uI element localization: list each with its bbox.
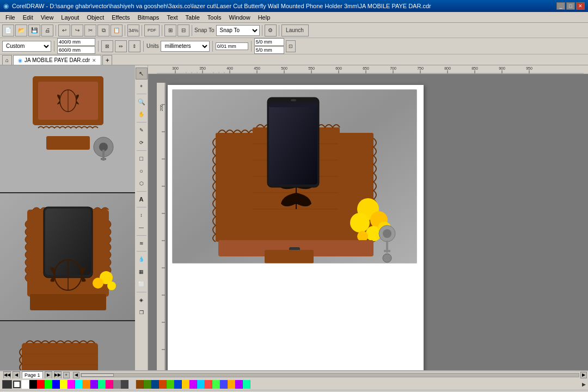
color-swatch-ff4444[interactable] [205, 380, 212, 389]
menu-help[interactable]: Help [255, 13, 274, 22]
pointer-tool[interactable]: ↖ [136, 68, 148, 79]
mirror-v-button[interactable]: ⇕ [128, 40, 140, 52]
color-swatch-cc00ff[interactable] [189, 380, 197, 389]
outline-tool[interactable]: ⬜ [136, 278, 148, 290]
shadow-tool[interactable]: ❒ [136, 307, 148, 318]
menu-object[interactable]: Object [83, 13, 107, 22]
scroll-track[interactable] [81, 373, 579, 377]
smart-fill-tool[interactable]: ⟳ [136, 137, 148, 149]
color-swatch-ff00ff[interactable] [68, 380, 75, 389]
menu-layout[interactable]: Layout [58, 13, 82, 22]
color-swatch-00ff88[interactable] [98, 380, 106, 389]
grid-button[interactable]: ⊞ [164, 24, 176, 36]
close-button[interactable]: ✕ [576, 2, 585, 10]
copy-button[interactable]: ⧉ [97, 24, 109, 36]
color-swatch-ffffff[interactable] [22, 380, 29, 389]
color-swatch-44cc00[interactable] [167, 380, 174, 389]
add-tab-button[interactable]: + [102, 55, 112, 65]
prev-page-button[interactable]: ◀ [13, 371, 20, 379]
canvas-area[interactable]: 300 350 400 450 500 550 600 650 700 750 [148, 65, 588, 370]
last-page-button[interactable]: ▶▶ [54, 371, 62, 379]
save-button[interactable]: 💾 [28, 24, 40, 36]
color-swatch-444444[interactable] [121, 380, 128, 389]
preset-dropdown[interactable]: Custom [2, 41, 51, 52]
fill-tool[interactable]: ▦ [136, 266, 148, 278]
thumbnail-1[interactable] [0, 65, 135, 193]
color-swatch-00ffaa[interactable] [243, 380, 250, 389]
home-tab-button[interactable]: ⌂ [2, 55, 12, 65]
color-swatch-44ff44[interactable] [212, 380, 220, 389]
color-swatch-cccccc[interactable] [128, 380, 136, 389]
menu-window[interactable]: Window [226, 13, 254, 22]
menu-file[interactable]: File [2, 13, 19, 22]
menu-tools[interactable]: Tools [204, 13, 225, 22]
minimize-button[interactable]: _ [556, 2, 565, 10]
color-swatch-ff8800[interactable] [83, 380, 90, 389]
menu-effects[interactable]: Effects [108, 13, 133, 22]
color-swatch-cc4400[interactable] [159, 380, 167, 389]
pdf-button[interactable]: PDF [144, 24, 160, 36]
connector-tool[interactable]: — [136, 222, 148, 234]
tab-close-icon[interactable]: ✕ [92, 58, 96, 63]
add-page-button[interactable]: + [63, 372, 70, 378]
color-swatch-0000ff[interactable] [52, 380, 60, 389]
color-swatch-ffaa00[interactable] [228, 380, 235, 389]
eyedropper-tool[interactable]: 💧 [136, 253, 148, 265]
color-swatch-aa00ff[interactable] [235, 380, 243, 389]
lock-ratio-button[interactable]: ⊠ [101, 40, 113, 52]
menu-view[interactable]: View [38, 13, 57, 22]
first-page-button[interactable]: ◀◀ [3, 371, 11, 379]
color-swatch-4444ff[interactable] [220, 380, 228, 389]
blend-tool[interactable]: ≋ [136, 237, 148, 249]
color-swatch-888888[interactable] [113, 380, 121, 389]
open-button[interactable]: 📂 [15, 24, 27, 36]
coord-y-input[interactable] [57, 46, 95, 54]
color-swatch-884400[interactable] [136, 380, 144, 389]
launch-button[interactable]: Launch [281, 24, 309, 36]
units-dropdown[interactable]: millimeters [161, 41, 210, 52]
outline-color-swatch[interactable] [13, 381, 21, 388]
rectangle-tool[interactable]: □ [136, 152, 148, 164]
options-button[interactable]: ⚙ [265, 24, 277, 36]
menu-edit[interactable]: Edit [20, 13, 36, 22]
color-swatch-00ccff[interactable] [197, 380, 205, 389]
menu-text[interactable]: Text [163, 13, 181, 22]
text-tool[interactable]: A [136, 193, 148, 205]
color-swatch-ff0000[interactable] [37, 380, 45, 389]
ellipse-tool[interactable]: ○ [136, 165, 148, 177]
guidelines-button[interactable]: ⊟ [177, 24, 189, 36]
color-swatch-000000[interactable] [29, 380, 37, 389]
maximize-button[interactable]: □ [566, 2, 575, 10]
snap-to-dropdown[interactable]: Snap To [216, 25, 260, 36]
color-swatch-00ffff[interactable] [75, 380, 83, 389]
nudge-input[interactable] [216, 42, 248, 50]
redo-button[interactable]: ↪ [71, 24, 83, 36]
fill-color-swatch[interactable] [2, 380, 12, 389]
polygon-tool[interactable]: ⬡ [136, 177, 148, 189]
color-swatch-ffff00[interactable] [60, 380, 68, 389]
dimension-tool[interactable]: ↕ [136, 209, 148, 221]
menu-table[interactable]: Table [182, 13, 203, 22]
interactive-fill-tool[interactable]: ◈ [136, 294, 148, 306]
freehand-tool[interactable]: ✎ [136, 124, 148, 136]
color-swatch-0044cc[interactable] [174, 380, 182, 389]
mirror-h-button[interactable]: ⇔ [115, 40, 127, 52]
freehand-pick-tool[interactable]: ⌖ [136, 80, 148, 92]
scroll-right-button[interactable]: ▶ [580, 372, 587, 378]
menu-bitmaps[interactable]: Bitmaps [134, 13, 163, 22]
undo-button[interactable]: ↩ [58, 24, 70, 36]
color-swatch-00ff00[interactable] [45, 380, 52, 389]
pos-x-input[interactable] [254, 38, 284, 46]
color-swatch-ffcc00[interactable] [182, 380, 189, 389]
new-button[interactable]: 📄 [2, 24, 14, 36]
thumbnail-3[interactable] [0, 321, 135, 370]
thumbnail-2[interactable] [0, 193, 135, 321]
apply-position-button[interactable]: ⊡ [286, 40, 296, 52]
print-button[interactable]: 🖨 [41, 24, 53, 36]
next-page-button[interactable]: ▶ [45, 371, 52, 379]
paste-button[interactable]: 📋 [111, 24, 122, 36]
cut-button[interactable]: ✂ [84, 24, 96, 36]
coord-x-input[interactable] [57, 38, 95, 46]
zoom-tool[interactable]: 🔍 [136, 96, 148, 108]
scroll-thumb[interactable] [81, 373, 114, 377]
